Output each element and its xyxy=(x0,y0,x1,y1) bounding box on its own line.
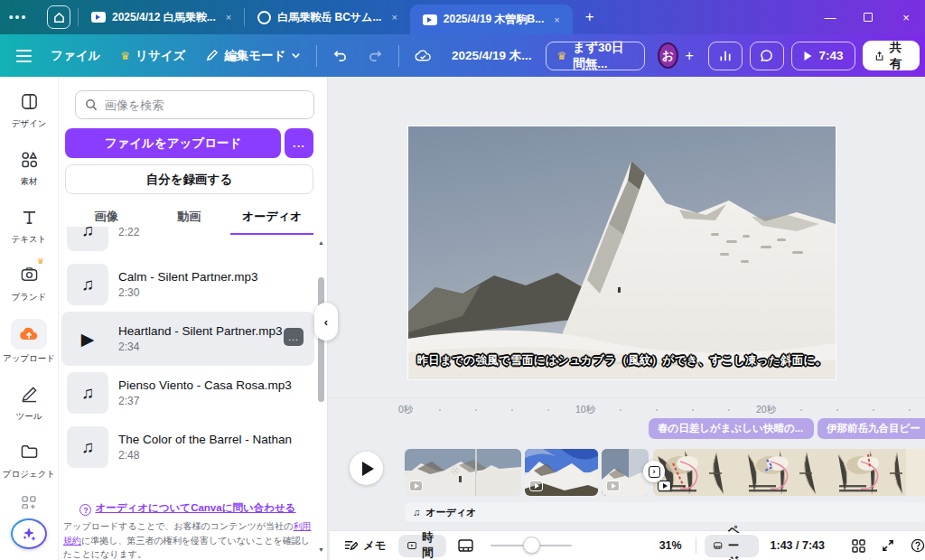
video-clip-2[interactable] xyxy=(525,449,598,496)
bar-chart-icon xyxy=(718,49,733,62)
edit-mode-menu[interactable]: 編集モード xyxy=(195,48,311,64)
design-icon xyxy=(12,88,46,115)
avatar[interactable]: お xyxy=(658,42,678,69)
sidebar-item-text[interactable]: テキスト xyxy=(2,203,56,246)
video-clip-3[interactable] xyxy=(602,449,649,496)
browser-tab-3-active[interactable]: 2025/4/19 木曽駒B... × xyxy=(410,5,573,34)
add-member-button[interactable]: + xyxy=(682,46,697,66)
notes-icon xyxy=(343,539,358,552)
list-item[interactable]: ♫ Pienso Viento - Casa Rosa.mp3 2:37 xyxy=(61,366,314,420)
menu-icon[interactable] xyxy=(16,50,32,62)
trial-button[interactable]: ♛まず30日間無... xyxy=(546,42,646,70)
time-view-button[interactable]: 時間 xyxy=(398,535,447,557)
storyboard-view-icon[interactable] xyxy=(450,539,481,552)
maximize-button[interactable] xyxy=(849,0,887,34)
music-note-icon: ♫ xyxy=(67,264,108,305)
list-item-selected[interactable]: ▶ Heartland - Silent Partner.mp3 2:34 ..… xyxy=(61,312,314,366)
crown-icon: ♛ xyxy=(557,50,567,62)
zoom-percent[interactable]: 31% xyxy=(651,539,690,552)
subtitle-text[interactable]: 昨日までの強風で雪面にはシュカブラ（風紋）ができ、すこし凍った斜面に。 xyxy=(408,353,836,369)
minimize-button[interactable]: — xyxy=(811,0,849,34)
map-clip[interactable] xyxy=(653,449,925,496)
notes-button[interactable]: メモ xyxy=(335,538,395,554)
search-icon xyxy=(85,98,98,111)
play-icon[interactable]: ▶ xyxy=(67,318,108,359)
help-icon[interactable] xyxy=(902,538,925,553)
elements-icon xyxy=(12,145,46,173)
list-item[interactable]: ♫ Calm - Silent Partner.mp3 2:30 xyxy=(61,257,314,312)
browser-tab-1[interactable]: 2025/4/12 白馬乗鞍... × xyxy=(79,0,244,34)
time-view-icon xyxy=(407,540,416,551)
insights-button[interactable] xyxy=(708,42,743,70)
grid-view-icon[interactable] xyxy=(844,539,874,553)
question-icon: ? xyxy=(79,504,91,516)
play-preview-button[interactable]: 7:43 xyxy=(791,42,855,70)
record-yourself-button[interactable]: 自分を録画する xyxy=(65,164,313,194)
folder-icon xyxy=(12,438,46,465)
upload-files-button[interactable]: ファイルをアップロード xyxy=(65,128,281,158)
search-input[interactable] xyxy=(105,98,285,112)
close-window-button[interactable]: × xyxy=(887,0,925,34)
upload-disclaimer: アップロードすることで、お客様のコンテンツが当社の利用規約に準拠し、第三者の権利… xyxy=(63,519,316,560)
text-icon xyxy=(12,203,46,230)
pages-view-button[interactable]: ページ xyxy=(705,535,758,557)
item-more-button[interactable]: ... xyxy=(284,328,304,346)
sidebar-item-tools[interactable]: ツール xyxy=(2,380,56,423)
sidebar-item-design[interactable]: デザイン xyxy=(2,88,56,130)
video-clip-1[interactable]: ✣ xyxy=(405,449,521,496)
uploads-panel: ファイルをアップロード ... 自分を録画する 画像 動画 オーディオ ♫ 2:… xyxy=(59,77,328,560)
canva-assistant-button[interactable] xyxy=(11,518,47,549)
editor-toolbar: ファイル ♛リサイズ 編集モード 2025/4/19 木... ♛まず30日間無… xyxy=(0,34,925,77)
music-note-icon: ♫ xyxy=(413,507,420,518)
tab-title: 2025/4/12 白馬乗鞍... xyxy=(112,10,216,25)
fullscreen-icon[interactable] xyxy=(874,539,902,552)
sidebar-item-brand[interactable]: ♛ ブランド xyxy=(2,261,56,303)
browser-tab-2[interactable]: 白馬乗鞍岳 BCサム... × xyxy=(245,0,410,34)
sidebar-item-uploads[interactable]: アップロード xyxy=(2,319,56,365)
new-tab-button[interactable]: + xyxy=(585,8,594,26)
close-tab-icon[interactable]: × xyxy=(222,10,235,24)
chevron-down-icon xyxy=(291,51,301,61)
playback-position: 1:43 / 7:43 xyxy=(762,539,833,552)
scroll-up-icon[interactable]: ▲ xyxy=(318,239,324,246)
caption-pill[interactable]: 伊那前岳九合目ピー xyxy=(818,418,925,439)
sidebar-item-projects[interactable]: プロジェクト xyxy=(2,438,56,481)
comments-button[interactable] xyxy=(750,42,784,70)
undo-button[interactable] xyxy=(322,49,358,62)
browser-menu-icon[interactable]: ••• xyxy=(0,10,36,24)
status-bar: メモ 時間 31% ページ 1:43 / 7:43 xyxy=(330,530,925,560)
upload-more-button[interactable]: ... xyxy=(285,128,313,158)
clip-marker-icon: ✣ xyxy=(452,466,459,475)
audio-track[interactable]: ♫ オーディオ xyxy=(405,502,925,522)
video-canvas[interactable]: 昨日までの強風で雪面にはシュカブラ（風紋）ができ、すこし凍った斜面に。 xyxy=(408,126,836,379)
close-tab-icon[interactable]: × xyxy=(388,10,400,24)
panel-collapse-handle[interactable]: ‹ xyxy=(314,303,338,341)
clip-expand-button[interactable]: › xyxy=(643,461,665,482)
search-box[interactable] xyxy=(75,90,314,119)
document-title[interactable]: 2025/4/19 木... xyxy=(442,48,542,64)
pencil-icon xyxy=(205,49,219,62)
resize-menu[interactable]: ♛リサイズ xyxy=(110,48,195,64)
apps-icon[interactable] xyxy=(21,496,37,511)
video-badge-icon xyxy=(658,481,671,491)
caption-pill[interactable]: 春の日差しがまぶしい快晴の... xyxy=(649,418,814,439)
scroll-down-icon[interactable]: ▼ xyxy=(318,546,324,553)
sparkles-icon xyxy=(20,525,38,543)
list-item[interactable]: ♫ 2:22 xyxy=(61,227,314,257)
file-menu[interactable]: ファイル xyxy=(41,48,110,64)
timeline-ruler[interactable]: 0秒 10秒 20秒 xyxy=(330,404,925,418)
music-note-icon: ♫ xyxy=(67,372,108,414)
list-item[interactable]: ♫ The Color of the Barrel - Nathan M... … xyxy=(61,420,314,474)
zoom-slider-knob[interactable] xyxy=(523,537,540,554)
home-icon[interactable] xyxy=(47,5,70,29)
close-tab-icon[interactable]: × xyxy=(550,13,563,27)
audio-help-link[interactable]: ?オーディオについてCanvaに問い合わせる xyxy=(59,501,317,516)
sidebar-item-elements[interactable]: 素材 xyxy=(2,145,56,188)
mountain-video-frame xyxy=(408,126,836,379)
timeline-play-button[interactable] xyxy=(350,452,383,485)
video-badge-icon xyxy=(409,481,423,491)
share-button[interactable]: 共有 xyxy=(863,41,920,70)
redo-button[interactable] xyxy=(358,49,393,62)
tools-icon xyxy=(12,380,46,407)
zoom-slider[interactable] xyxy=(491,537,572,555)
